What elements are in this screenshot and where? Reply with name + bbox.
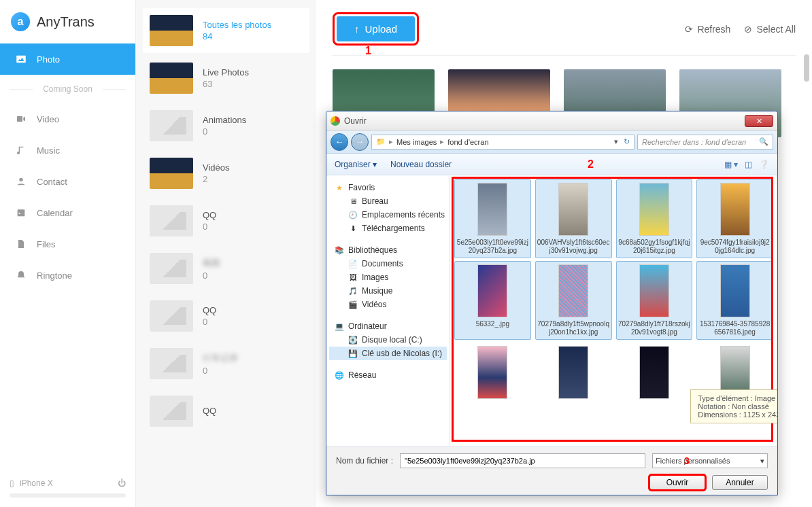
photo-icon bbox=[15, 53, 27, 65]
star-icon: ★ bbox=[335, 183, 344, 192]
tree-videos[interactable]: 🎬Vidéos bbox=[329, 298, 447, 311]
tree-computer[interactable]: 💻Ordinateur bbox=[329, 319, 447, 333]
album-name: QQ bbox=[203, 305, 216, 315]
album-count: 0 bbox=[203, 126, 246, 137]
step1-highlight: ↑ Upload bbox=[333, 12, 419, 46]
file-item[interactable]: 006VAHVsly1ft6tsc60ecj30v91vojwg.jpg bbox=[535, 179, 612, 258]
refresh-button[interactable]: ⟳Refresh bbox=[685, 24, 730, 35]
album-thumb bbox=[150, 15, 193, 46]
sidebar: a AnyTrans Photo Coming Soon Video Music… bbox=[0, 0, 136, 507]
organize-menu[interactable]: Organiser ▾ bbox=[335, 160, 377, 169]
file-item[interactable] bbox=[616, 343, 693, 405]
video-icon bbox=[15, 113, 27, 125]
filename-label: Nom du fichier : bbox=[336, 456, 393, 466]
file-thumb bbox=[477, 264, 507, 317]
file-name: 70279a8dly1ft5wpnoolqj20on1hc1kx.jpg bbox=[537, 320, 610, 336]
file-item[interactable]: 56332_.jpg bbox=[454, 261, 531, 340]
album-name: Toutes les photos bbox=[203, 20, 271, 30]
filetype-select[interactable]: Fichiers personnalisés3 ▾ bbox=[652, 453, 768, 468]
file-grid[interactable]: 5e25e003ly1ft0eve99izj20yq237b2a.jpg006V… bbox=[450, 175, 777, 446]
file-item[interactable]: 70279a8dly1ft5wpnoolqj20on1hc1kx.jpg bbox=[535, 261, 612, 340]
nav-ringtone[interactable]: Ringtone bbox=[0, 260, 135, 291]
file-item[interactable]: 70279a8dly1ft718rszokj20v91vogt8.jpg bbox=[616, 261, 693, 340]
folder-tree[interactable]: ★Favoris 🖥Bureau 🕘Emplacements récents ⬇… bbox=[326, 175, 450, 446]
album-item[interactable]: Vidéos2 bbox=[143, 151, 309, 196]
file-thumb bbox=[720, 264, 750, 317]
refresh-icon[interactable]: ↻ bbox=[624, 137, 630, 146]
device-status: ▯iPhone X⏻ bbox=[10, 478, 126, 497]
tree-desktop[interactable]: 🖥Bureau bbox=[329, 194, 447, 208]
filename-input[interactable] bbox=[400, 453, 645, 468]
nav-video[interactable]: Video bbox=[0, 103, 135, 135]
file-name: 56332_.jpg bbox=[456, 320, 529, 328]
album-item[interactable]: QQ bbox=[143, 389, 309, 434]
tree-downloads[interactable]: ⬇Téléchargements bbox=[329, 222, 447, 235]
check-icon: ⊘ bbox=[744, 24, 752, 35]
nav-label: Photo bbox=[37, 54, 60, 65]
nav-calendar[interactable]: Calendar bbox=[0, 197, 135, 228]
album-item[interactable]: QQ0 bbox=[143, 294, 309, 338]
album-item[interactable]: QQ0 bbox=[143, 198, 309, 243]
file-thumb bbox=[558, 264, 588, 317]
tree-favorites[interactable]: ★Favoris bbox=[329, 181, 447, 194]
new-folder-button[interactable]: Nouveau dossier bbox=[390, 160, 452, 169]
forward-button[interactable]: → bbox=[351, 133, 369, 151]
cancel-button[interactable]: Annuler bbox=[712, 475, 768, 490]
logo-icon: a bbox=[11, 12, 30, 31]
app-logo: a AnyTrans bbox=[0, 0, 135, 43]
tree-disk-c[interactable]: 💽Disque local (C:) bbox=[329, 333, 447, 347]
refresh-icon: ⟳ bbox=[685, 24, 693, 35]
album-thumb bbox=[150, 158, 193, 189]
tree-images[interactable]: 🖼Images bbox=[329, 270, 447, 284]
network-icon: 🌐 bbox=[335, 370, 344, 380]
album-count: 0 bbox=[203, 222, 216, 232]
back-button[interactable]: ← bbox=[331, 133, 348, 151]
file-item[interactable] bbox=[535, 343, 612, 405]
step3-label: 3 bbox=[684, 455, 690, 466]
scrollbar-thumb[interactable] bbox=[804, 54, 809, 82]
preview-pane-button[interactable]: ◫ bbox=[745, 160, 752, 169]
nav-photo[interactable]: Photo bbox=[0, 43, 135, 75]
doc-icon: 📄 bbox=[348, 259, 358, 268]
file-name: 70279a8dly1ft718rszokj20v91vogt8.jpg bbox=[618, 320, 691, 336]
tree-music[interactable]: 🎵Musique bbox=[329, 284, 447, 298]
help-button[interactable]: ❔ bbox=[759, 160, 769, 169]
album-item[interactable]: Toutes les photos84 bbox=[143, 8, 309, 53]
nav-contact[interactable]: Contact bbox=[0, 166, 135, 197]
tree-recent[interactable]: 🕘Emplacements récents bbox=[329, 208, 447, 222]
step2-label: 2 bbox=[588, 158, 594, 171]
tree-usb[interactable]: 💾Clé usb de Nicolas (I:) bbox=[329, 347, 447, 360]
close-button[interactable]: ✕ bbox=[745, 115, 773, 127]
tree-network[interactable]: 🌐Réseau bbox=[329, 368, 447, 382]
album-thumb bbox=[150, 348, 193, 379]
tree-documents[interactable]: 📄Documents bbox=[329, 257, 447, 270]
breadcrumb[interactable]: 📁 ▸ Mes images ▸ fond d'ecran ▾ ↻ bbox=[371, 135, 635, 150]
file-thumb bbox=[558, 183, 588, 236]
power-icon[interactable]: ⏻ bbox=[118, 478, 126, 488]
select-all-button[interactable]: ⊘Select All bbox=[744, 24, 796, 35]
album-item[interactable]: Animations0 bbox=[143, 103, 309, 148]
upload-button[interactable]: ↑ Upload bbox=[337, 16, 415, 41]
step1-label: 1 bbox=[365, 45, 371, 57]
dialog-toolbar: Organiser ▾ Nouveau dossier 2 ▦ ▾ ◫ ❔ bbox=[326, 154, 777, 175]
nav-files[interactable]: Files bbox=[0, 228, 135, 260]
view-menu[interactable]: ▦ ▾ bbox=[724, 160, 738, 169]
nav-music[interactable]: Music bbox=[0, 135, 135, 166]
album-item[interactable]: 截图0 bbox=[143, 246, 309, 291]
file-item[interactable] bbox=[454, 343, 531, 405]
file-item[interactable]: 1531769845-357859286567816.jpeg bbox=[696, 261, 773, 340]
album-count: 63 bbox=[203, 79, 249, 89]
search-input[interactable]: Rechercher dans : fond d'ecran 🔍 bbox=[637, 135, 773, 150]
album-list: Toutes les photos84Live Photos63Animatio… bbox=[136, 0, 316, 507]
album-thumb bbox=[150, 253, 193, 284]
file-item[interactable]: 9c68a502gy1fsogf1kjfqj20j615itgz.jpg bbox=[616, 179, 693, 258]
dialog-titlebar[interactable]: Ouvrir ✕ bbox=[326, 111, 777, 130]
open-button[interactable]: Ouvrir bbox=[649, 475, 705, 490]
tree-libraries[interactable]: 📚Bibliothèques bbox=[329, 243, 447, 257]
chevron-down-icon[interactable]: ▾ bbox=[614, 137, 618, 146]
album-item[interactable]: 行车记录0 bbox=[143, 341, 309, 386]
album-item[interactable]: Live Photos63 bbox=[143, 56, 309, 101]
recent-icon: 🕘 bbox=[348, 210, 358, 220]
file-item[interactable]: 9ec5074fgy1fraisiloj9j20jg164dlc.jpg bbox=[696, 179, 773, 258]
file-item[interactable]: 5e25e003ly1ft0eve99izj20yq237b2a.jpg bbox=[454, 179, 531, 258]
